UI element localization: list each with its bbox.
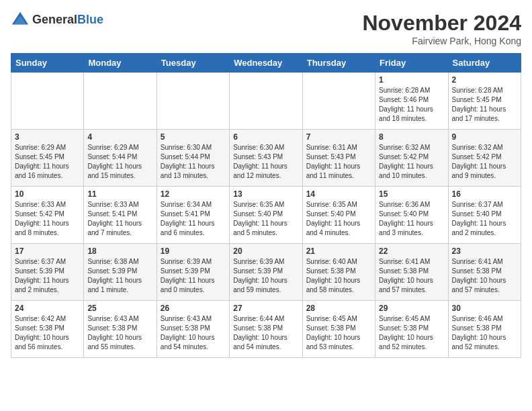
- calendar-cell: 9Sunrise: 6:32 AM Sunset: 5:42 PM Daylig…: [448, 130, 521, 187]
- day-info: Sunrise: 6:28 AM Sunset: 5:46 PM Dayligh…: [379, 86, 444, 124]
- logo: GeneralBlue: [11, 11, 103, 30]
- day-info: Sunrise: 6:33 AM Sunset: 5:42 PM Dayligh…: [15, 200, 80, 238]
- calendar-cell: 21Sunrise: 6:40 AM Sunset: 5:38 PM Dayli…: [302, 244, 375, 301]
- day-of-week-header: Wednesday: [230, 54, 302, 73]
- calendar-cell: 6Sunrise: 6:30 AM Sunset: 5:43 PM Daylig…: [230, 130, 302, 187]
- calendar-cell: [157, 73, 229, 130]
- day-info: Sunrise: 6:46 AM Sunset: 5:38 PM Dayligh…: [452, 314, 517, 352]
- location-title: Fairview Park, Hong Kong: [362, 36, 521, 46]
- day-number: 19: [161, 246, 226, 256]
- day-info: Sunrise: 6:39 AM Sunset: 5:39 PM Dayligh…: [161, 257, 226, 295]
- day-number: 26: [161, 304, 226, 313]
- day-number: 12: [161, 189, 226, 199]
- month-title: November 2024: [362, 11, 521, 36]
- day-info: Sunrise: 6:43 AM Sunset: 5:38 PM Dayligh…: [87, 314, 152, 352]
- calendar-cell: 27Sunrise: 6:44 AM Sunset: 5:38 PM Dayli…: [230, 301, 302, 358]
- day-number: 20: [233, 246, 298, 256]
- day-info: Sunrise: 6:36 AM Sunset: 5:40 PM Dayligh…: [379, 200, 444, 238]
- day-info: Sunrise: 6:43 AM Sunset: 5:38 PM Dayligh…: [161, 314, 226, 352]
- day-number: 13: [233, 189, 298, 199]
- day-number: 21: [306, 246, 371, 256]
- logo-text: GeneralBlue: [32, 13, 103, 27]
- calendar-cell: [230, 73, 302, 130]
- calendar-cell: 3Sunrise: 6:29 AM Sunset: 5:45 PM Daylig…: [11, 130, 84, 187]
- day-number: 22: [379, 246, 444, 256]
- day-number: 29: [379, 304, 444, 313]
- calendar-cell: 23Sunrise: 6:41 AM Sunset: 5:38 PM Dayli…: [448, 244, 521, 301]
- day-info: Sunrise: 6:40 AM Sunset: 5:38 PM Dayligh…: [306, 257, 371, 295]
- day-number: 16: [452, 189, 517, 199]
- day-number: 5: [161, 132, 226, 142]
- day-number: 14: [306, 189, 371, 199]
- calendar-cell: 8Sunrise: 6:32 AM Sunset: 5:42 PM Daylig…: [375, 130, 448, 187]
- day-number: 2: [452, 75, 517, 85]
- calendar-cell: 16Sunrise: 6:37 AM Sunset: 5:40 PM Dayli…: [448, 187, 521, 244]
- day-info: Sunrise: 6:32 AM Sunset: 5:42 PM Dayligh…: [452, 143, 517, 181]
- calendar-week-row: 17Sunrise: 6:37 AM Sunset: 5:39 PM Dayli…: [11, 244, 521, 301]
- day-number: 6: [233, 132, 298, 142]
- day-number: 24: [15, 304, 80, 313]
- day-info: Sunrise: 6:41 AM Sunset: 5:38 PM Dayligh…: [452, 257, 517, 295]
- calendar-cell: 14Sunrise: 6:35 AM Sunset: 5:40 PM Dayli…: [302, 187, 375, 244]
- logo-icon: [11, 11, 30, 30]
- day-info: Sunrise: 6:35 AM Sunset: 5:40 PM Dayligh…: [233, 200, 298, 238]
- day-number: 8: [379, 132, 444, 142]
- calendar-week-row: 1Sunrise: 6:28 AM Sunset: 5:46 PM Daylig…: [11, 73, 521, 130]
- day-info: Sunrise: 6:28 AM Sunset: 5:45 PM Dayligh…: [452, 86, 517, 124]
- calendar-cell: 25Sunrise: 6:43 AM Sunset: 5:38 PM Dayli…: [84, 301, 157, 358]
- calendar-cell: 19Sunrise: 6:39 AM Sunset: 5:39 PM Dayli…: [157, 244, 229, 301]
- day-info: Sunrise: 6:37 AM Sunset: 5:40 PM Dayligh…: [452, 200, 517, 238]
- calendar-cell: 15Sunrise: 6:36 AM Sunset: 5:40 PM Dayli…: [375, 187, 448, 244]
- day-number: 18: [87, 246, 152, 256]
- day-number: 3: [15, 132, 80, 142]
- calendar-cell: 7Sunrise: 6:31 AM Sunset: 5:43 PM Daylig…: [302, 130, 375, 187]
- calendar-cell: 20Sunrise: 6:39 AM Sunset: 5:39 PM Dayli…: [230, 244, 302, 301]
- calendar-cell: 10Sunrise: 6:33 AM Sunset: 5:42 PM Dayli…: [11, 187, 84, 244]
- day-of-week-header: Thursday: [302, 54, 375, 73]
- calendar-cell: 5Sunrise: 6:30 AM Sunset: 5:44 PM Daylig…: [157, 130, 229, 187]
- day-number: 23: [452, 246, 517, 256]
- day-info: Sunrise: 6:37 AM Sunset: 5:39 PM Dayligh…: [15, 257, 80, 295]
- day-info: Sunrise: 6:32 AM Sunset: 5:42 PM Dayligh…: [379, 143, 444, 181]
- day-number: 30: [452, 304, 517, 313]
- day-number: 25: [87, 304, 152, 313]
- day-number: 17: [15, 246, 80, 256]
- calendar-header-row: SundayMondayTuesdayWednesdayThursdayFrid…: [11, 54, 521, 73]
- day-number: 11: [87, 189, 152, 199]
- day-info: Sunrise: 6:41 AM Sunset: 5:38 PM Dayligh…: [379, 257, 444, 295]
- calendar-cell: 17Sunrise: 6:37 AM Sunset: 5:39 PM Dayli…: [11, 244, 84, 301]
- logo-general: General: [32, 13, 77, 26]
- calendar-cell: [84, 73, 157, 130]
- calendar-cell: [11, 73, 84, 130]
- calendar-cell: 1Sunrise: 6:28 AM Sunset: 5:46 PM Daylig…: [375, 73, 448, 130]
- day-of-week-header: Tuesday: [157, 54, 229, 73]
- day-info: Sunrise: 6:34 AM Sunset: 5:41 PM Dayligh…: [161, 200, 226, 238]
- title-area: November 2024 Fairview Park, Hong Kong: [362, 11, 521, 46]
- calendar-week-row: 3Sunrise: 6:29 AM Sunset: 5:45 PM Daylig…: [11, 130, 521, 187]
- calendar-cell: 4Sunrise: 6:29 AM Sunset: 5:44 PM Daylig…: [84, 130, 157, 187]
- day-info: Sunrise: 6:33 AM Sunset: 5:41 PM Dayligh…: [87, 200, 152, 238]
- day-number: 28: [306, 304, 371, 313]
- day-info: Sunrise: 6:45 AM Sunset: 5:38 PM Dayligh…: [306, 314, 371, 352]
- calendar-cell: 29Sunrise: 6:45 AM Sunset: 5:38 PM Dayli…: [375, 301, 448, 358]
- calendar-cell: 12Sunrise: 6:34 AM Sunset: 5:41 PM Dayli…: [157, 187, 229, 244]
- day-number: 27: [233, 304, 298, 313]
- day-info: Sunrise: 6:30 AM Sunset: 5:44 PM Dayligh…: [161, 143, 226, 181]
- day-number: 4: [87, 132, 152, 142]
- calendar-cell: [302, 73, 375, 130]
- calendar-cell: 26Sunrise: 6:43 AM Sunset: 5:38 PM Dayli…: [157, 301, 229, 358]
- calendar-cell: 2Sunrise: 6:28 AM Sunset: 5:45 PM Daylig…: [448, 73, 521, 130]
- day-number: 1: [379, 75, 444, 85]
- day-info: Sunrise: 6:31 AM Sunset: 5:43 PM Dayligh…: [306, 143, 371, 181]
- day-of-week-header: Saturday: [448, 54, 521, 73]
- day-of-week-header: Friday: [375, 54, 448, 73]
- day-of-week-header: Monday: [84, 54, 157, 73]
- day-info: Sunrise: 6:29 AM Sunset: 5:44 PM Dayligh…: [87, 143, 152, 181]
- day-number: 15: [379, 189, 444, 199]
- day-info: Sunrise: 6:38 AM Sunset: 5:39 PM Dayligh…: [87, 257, 152, 295]
- calendar-week-row: 24Sunrise: 6:42 AM Sunset: 5:38 PM Dayli…: [11, 301, 521, 358]
- calendar-cell: 18Sunrise: 6:38 AM Sunset: 5:39 PM Dayli…: [84, 244, 157, 301]
- calendar-body: 1Sunrise: 6:28 AM Sunset: 5:46 PM Daylig…: [11, 73, 521, 358]
- day-info: Sunrise: 6:39 AM Sunset: 5:39 PM Dayligh…: [233, 257, 298, 295]
- day-info: Sunrise: 6:45 AM Sunset: 5:38 PM Dayligh…: [379, 314, 444, 352]
